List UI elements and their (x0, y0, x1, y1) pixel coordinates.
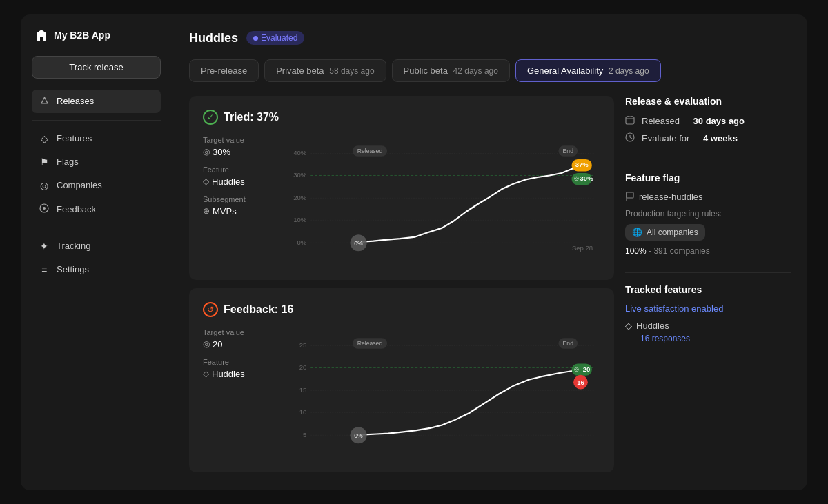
evaluate-value: 4 weeks (703, 133, 738, 143)
sidebar-item-flags[interactable]: ⚑ Flags (32, 151, 161, 173)
release-eval-section: Release & evaluation Released 30 days ag… (625, 96, 791, 144)
svg-text:30%: 30% (293, 171, 307, 179)
feedback-target-value: ◎ 20 (203, 339, 279, 350)
tracked-features-title: Tracked features (625, 284, 791, 295)
svg-text:15: 15 (299, 385, 307, 393)
sidebar-item-releases[interactable]: Releases (32, 90, 161, 113)
svg-text:37%: 37% (575, 161, 589, 168)
tried-target-value: ◎ 30% (203, 147, 279, 157)
main-content: Huddles Evaluated Pre-release Private be… (172, 14, 807, 490)
feedback-feature-label: Feature (203, 358, 279, 366)
features-icon: ◇ (39, 133, 50, 144)
evaluated-badge: Evaluated (246, 31, 304, 45)
stage-tab-private-beta[interactable]: Private beta 58 days ago (264, 59, 386, 82)
feedback-chart-title: Feedback: 16 (224, 303, 293, 316)
tried-subsegment-icon: ⊕ (203, 206, 210, 216)
sidebar-divider-2 (32, 228, 161, 228)
stage-tab-public-beta-label: Public beta (404, 65, 448, 76)
release-eval-title: Release & evaluation (625, 96, 791, 107)
content-area: ✓ Tried: 37% Target value ◎ 30% Feature (189, 96, 791, 472)
app-logo: My B2B App (32, 28, 161, 42)
tried-chart-header: ✓ Tried: 37% (203, 110, 600, 125)
tracked-feature-name: Huddles (636, 321, 669, 331)
tried-target-label: Target value (203, 136, 279, 144)
feedback-chart-card: ↺ Feedback: 16 Target value ◎ 20 Feature (189, 288, 614, 472)
feedback-target-label: Target value (203, 328, 279, 336)
svg-text:Sep 28: Sep 28 (572, 244, 593, 252)
company-pct-value: 100% (625, 246, 647, 256)
sidebar-item-features[interactable]: ◇ Features (32, 128, 161, 150)
svg-rect-52 (627, 192, 633, 198)
tracked-features-section: Tracked features Live satisfaction enabl… (625, 284, 791, 343)
stage-tab-pre-release-label: Pre-release (201, 65, 247, 76)
feedback-feature-icon: ◇ (203, 369, 209, 379)
svg-text:End: End (563, 147, 574, 154)
svg-text:20%: 20% (293, 193, 307, 201)
svg-text:◎: ◎ (574, 175, 579, 181)
release-stages: Pre-release Private beta 58 days ago Pub… (189, 59, 791, 82)
tracked-link[interactable]: Live satisfaction enabled (625, 303, 791, 314)
svg-text:0%: 0% (297, 238, 306, 245)
feedback-target-icon: ◎ (203, 339, 210, 349)
tried-svg-container: 40% 30% 20% 10% 0% (290, 136, 600, 266)
svg-text:10: 10 (299, 407, 307, 415)
stage-tab-ga[interactable]: General Availability 2 days ago (515, 59, 661, 82)
panel-divider-1 (625, 161, 791, 161)
flags-icon: ⚑ (39, 157, 50, 168)
feedback-icon (39, 203, 50, 215)
svg-point-1 (43, 207, 46, 210)
sidebar-item-settings[interactable]: ≡ Settings (32, 259, 161, 281)
flag-icon (625, 192, 635, 201)
feedback-feature-value: ◇ Huddles (203, 369, 279, 379)
stage-tab-pre-release[interactable]: Pre-release (189, 59, 259, 82)
svg-text:40%: 40% (293, 149, 307, 157)
evaluated-dot (253, 36, 258, 41)
sidebar-item-feedback[interactable]: Feedback (32, 198, 161, 221)
tracked-feature-icon: ◇ (625, 321, 632, 331)
sidebar-item-releases-label: Releases (57, 96, 94, 106)
company-count: 391 companies (653, 246, 709, 256)
released-row: Released 30 days ago (625, 115, 791, 127)
tried-feature-value: ◇ Huddles (203, 177, 279, 187)
company-pct-row: 100% - 391 companies (625, 246, 791, 256)
sidebar-item-companies[interactable]: ◎ Companies (32, 174, 161, 196)
flag-name-text: release-huddles (639, 192, 703, 202)
stage-tab-public-beta[interactable]: Public beta 42 days ago (392, 59, 510, 82)
sidebar-divider-1 (32, 120, 161, 121)
settings-icon: ≡ (39, 264, 50, 275)
released-value: 30 days ago (693, 116, 745, 126)
feedback-chart-body: Target value ◎ 20 Feature ◇ Huddles (203, 328, 600, 458)
tried-subsegment-value: ⊕ MVPs (203, 206, 279, 216)
track-release-button[interactable]: Track release (32, 56, 161, 79)
tried-target-icon: ◎ (203, 147, 210, 157)
evaluated-label: Evaluated (261, 33, 297, 43)
sidebar-item-features-label: Features (57, 133, 92, 143)
svg-text:Released: Released (357, 147, 383, 154)
feedback-chart-header: ↺ Feedback: 16 (203, 302, 600, 317)
released-label: Released (642, 116, 680, 126)
tried-chart-title: Tried: 37% (224, 111, 279, 123)
page-header: Huddles Evaluated (189, 31, 791, 46)
right-panel: Release & evaluation Released 30 days ag… (625, 96, 791, 472)
sidebar-item-companies-label: Companies (57, 180, 102, 190)
feature-flag-title: Feature flag (625, 172, 791, 183)
globe-icon: 🌐 (632, 228, 642, 237)
tracked-feature-item: ◇ Huddles (625, 321, 791, 331)
tracked-responses[interactable]: 16 responses (640, 334, 791, 343)
company-badge: 🌐 All companies (625, 224, 705, 241)
tried-chart-meta: Target value ◎ 30% Feature ◇ Huddles Sub… (203, 136, 279, 266)
svg-text:End: End (563, 339, 574, 346)
sidebar-item-tracking[interactable]: ✦ Tracking (32, 235, 161, 257)
feedback-svg-container: 25 20 15 10 5 (290, 328, 600, 458)
clock-icon (625, 132, 636, 144)
svg-text:0%: 0% (354, 239, 363, 246)
stage-tab-ga-time: 2 days ago (609, 66, 649, 76)
stage-tab-ga-label: General Availability (527, 65, 603, 76)
sidebar-item-feedback-label: Feedback (57, 204, 96, 214)
sidebar-item-flags-label: Flags (57, 157, 79, 167)
feedback-chart-icon: ↺ (203, 302, 218, 317)
svg-text:16: 16 (577, 378, 584, 385)
releases-icon (39, 95, 50, 108)
sidebar-item-settings-label: Settings (57, 264, 89, 274)
svg-text:5: 5 (303, 430, 306, 438)
